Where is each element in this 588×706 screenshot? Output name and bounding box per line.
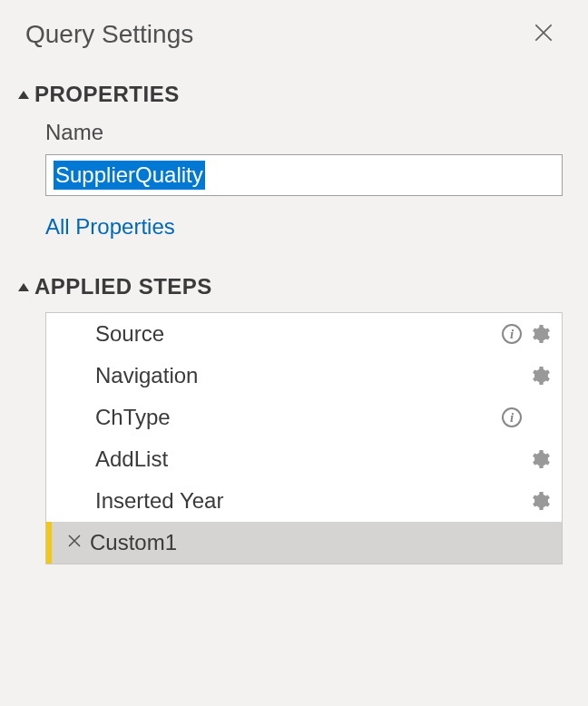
query-settings-panel: Query Settings PROPERTIES Name SupplierQ…: [0, 0, 588, 615]
delete-step-icon[interactable]: [66, 533, 83, 553]
step-row[interactable]: ChType i: [46, 397, 562, 438]
steps-list: Source i Navigation ChType: [45, 312, 563, 564]
step-label: Navigation: [95, 363, 529, 388]
step-row[interactable]: Inserted Year: [46, 480, 562, 522]
name-input-value: SupplierQuality: [54, 161, 205, 190]
step-label: Custom1: [90, 530, 551, 555]
step-row-selected[interactable]: Custom1: [46, 522, 562, 564]
close-button[interactable]: [524, 16, 563, 53]
collapse-icon: [18, 283, 29, 291]
accent-bar: [46, 522, 52, 564]
close-icon: [532, 21, 555, 44]
step-icons: [529, 365, 551, 387]
gear-icon[interactable]: [529, 323, 551, 345]
gear-icon[interactable]: [529, 490, 551, 512]
applied-steps-section-header[interactable]: APPLIED STEPS: [25, 274, 563, 299]
step-icons: i: [502, 407, 551, 428]
panel-title: Query Settings: [25, 20, 193, 49]
applied-steps-section: APPLIED STEPS Source i Navigation: [25, 274, 563, 564]
gear-icon[interactable]: [529, 365, 551, 387]
step-label: ChType: [95, 405, 502, 430]
properties-section: PROPERTIES Name SupplierQuality All Prop…: [25, 82, 563, 240]
step-row[interactable]: Source i: [46, 313, 562, 355]
info-icon[interactable]: i: [502, 324, 522, 344]
collapse-icon: [18, 91, 29, 99]
step-icons: [529, 490, 551, 512]
step-label: Inserted Year: [95, 488, 529, 514]
step-icons: [529, 448, 551, 470]
all-properties-link[interactable]: All Properties: [45, 214, 563, 240]
applied-steps-section-title: APPLIED STEPS: [34, 274, 212, 299]
step-row[interactable]: Navigation: [46, 355, 562, 397]
step-label: AddList: [95, 446, 529, 472]
name-label: Name: [45, 120, 563, 145]
gear-icon[interactable]: [529, 448, 551, 470]
info-icon[interactable]: i: [502, 407, 522, 427]
step-row[interactable]: AddList: [46, 438, 562, 480]
step-icons: i: [502, 323, 551, 345]
name-input-wrapper: SupplierQuality: [45, 154, 563, 196]
name-input[interactable]: SupplierQuality: [45, 154, 563, 196]
properties-section-header[interactable]: PROPERTIES: [25, 82, 563, 107]
panel-header: Query Settings: [25, 16, 563, 53]
properties-section-title: PROPERTIES: [34, 82, 180, 107]
step-label: Source: [95, 321, 502, 347]
